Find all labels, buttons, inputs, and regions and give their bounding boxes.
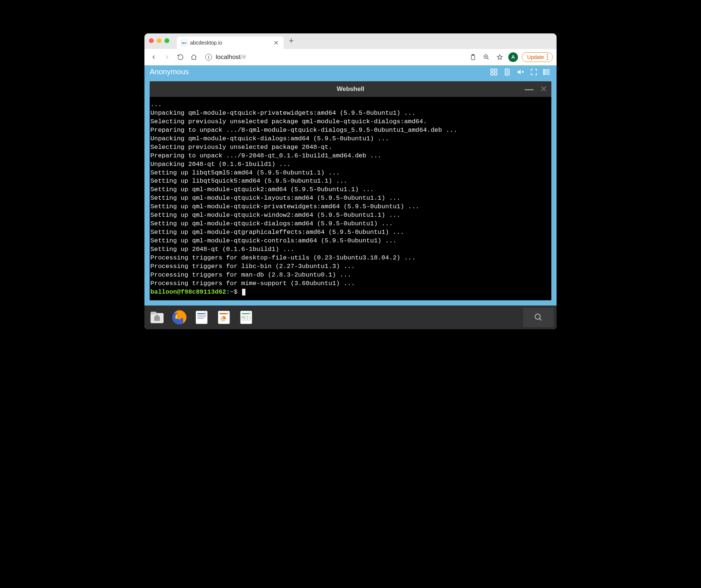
svg-rect-12: [151, 311, 156, 314]
browser-window: abc abcdesktop.io ✕ + i localhost/#: [144, 33, 557, 329]
terminal-line: Setting up libqt5qml5:amd64 (5.9.5-0ubun…: [150, 169, 549, 177]
terminal-line: Setting up qml-module-qtquick-window2:am…: [150, 211, 549, 220]
browser-tab[interactable]: abc abcdesktop.io ✕: [177, 36, 284, 49]
update-label: Update: [527, 54, 544, 60]
dock-firefox-icon[interactable]: [170, 308, 189, 327]
terminal-line: Unpacking qml-module-qtquick-dialogs:amd…: [150, 135, 549, 143]
menu-list-icon[interactable]: [543, 68, 551, 76]
svg-rect-18: [198, 318, 204, 318]
terminal-line: Setting up qml-module-qtquick-privatewid…: [150, 203, 549, 211]
clipboard-desktop-icon[interactable]: [503, 68, 511, 76]
dock-search-button[interactable]: [523, 308, 554, 327]
tab-close-button[interactable]: ✕: [273, 39, 279, 46]
svg-rect-27: [242, 318, 245, 320]
terminal-line: Processing triggers for man-db (2.8.3-2u…: [150, 271, 549, 280]
terminal-title: Webshell: [337, 85, 364, 93]
svg-rect-26: [248, 316, 251, 318]
svg-rect-6: [495, 72, 497, 75]
overflow-menu-icon[interactable]: [547, 54, 551, 60]
terminal-line: Setting up qml-module-qtgraphicaleffects…: [150, 228, 549, 237]
toolbar-right: A Update: [468, 52, 553, 62]
window-controls: [149, 38, 169, 43]
svg-rect-3: [491, 69, 493, 71]
browser-titlebar: abc abcdesktop.io ✕ +: [144, 33, 557, 49]
terminal-line: Setting up qml-module-qtquick-controls:a…: [150, 237, 549, 245]
svg-point-30: [535, 314, 540, 319]
terminal-line: ...: [150, 101, 549, 109]
fullscreen-icon[interactable]: [530, 68, 538, 76]
svg-rect-5: [491, 72, 493, 75]
apps-grid-icon[interactable]: [490, 68, 498, 76]
home-button[interactable]: [188, 52, 199, 63]
terminal-output[interactable]: ...Unpacking qml-module-qtquick-privatew…: [150, 97, 551, 300]
site-info-icon[interactable]: i: [205, 54, 212, 61]
volume-mute-icon[interactable]: [516, 68, 525, 76]
clipboard-icon[interactable]: [468, 52, 478, 62]
terminal-minimize-button[interactable]: —: [525, 84, 534, 94]
dock-impress-icon[interactable]: [214, 308, 234, 327]
svg-rect-25: [245, 316, 248, 318]
terminal-line: Setting up libqt5quick5:amd64 (5.9.5-0ub…: [150, 177, 549, 186]
svg-rect-28: [245, 318, 248, 320]
terminal-line: Unpacking 2048-qt (0.1.6-1build1) ...: [150, 160, 549, 169]
bookmark-star-icon[interactable]: [495, 52, 505, 62]
zoom-icon[interactable]: [482, 52, 491, 62]
minimize-window-button[interactable]: [157, 38, 162, 43]
terminal-line: Unpacking qml-module-qtquick-privatewidg…: [150, 109, 549, 118]
svg-point-10: [543, 74, 544, 75]
terminal-line: Setting up qml-module-qtquick-dialogs:am…: [150, 220, 549, 228]
dock-files-icon[interactable]: [147, 308, 167, 327]
terminal-line: Setting up 2048-qt (0.1.6-1build1) ...: [150, 245, 549, 254]
address-bar[interactable]: i localhost/#: [202, 51, 463, 63]
terminal-line: Selecting previously unselected package …: [150, 118, 549, 126]
terminal-prompt[interactable]: balloon@f98c89113d62:~$: [150, 288, 549, 297]
terminal-line: Preparing to unpack .../9-2048-qt_0.1.6-…: [150, 152, 549, 160]
url-host: localhost: [216, 53, 241, 61]
reload-button[interactable]: [175, 52, 186, 63]
svg-rect-24: [242, 316, 245, 318]
dock: [144, 306, 557, 329]
desktop-header: Anonymous: [144, 65, 557, 78]
tab-title: abcdesktop.io: [190, 40, 270, 46]
forward-button[interactable]: [162, 52, 173, 63]
terminal-close-button[interactable]: ✕: [540, 84, 547, 94]
dock-calc-icon[interactable]: [237, 308, 256, 327]
maximize-window-button[interactable]: [164, 38, 169, 43]
remote-desktop: Anonymous Websh: [144, 65, 557, 329]
terminal-window: Webshell — ✕ ...Unpacking qml-module-qtq…: [150, 81, 551, 300]
terminal-line: Selecting previously unselected package …: [150, 143, 549, 152]
svg-rect-16: [198, 315, 206, 316]
terminal-titlebar[interactable]: Webshell — ✕: [150, 81, 551, 97]
dock-writer-icon[interactable]: [192, 308, 211, 327]
update-button[interactable]: Update: [522, 52, 553, 62]
terminal-window-controls: — ✕: [525, 84, 547, 94]
back-button[interactable]: [148, 52, 159, 63]
terminal-line: Setting up qml-module-qtquick2:amd64 (5.…: [150, 186, 549, 194]
terminal-line: Setting up qml-module-qtquick-layouts:am…: [150, 194, 549, 203]
tab-favicon-icon: abc: [181, 40, 187, 46]
url-path: /#: [241, 53, 246, 61]
browser-toolbar: i localhost/# A Update: [144, 49, 557, 65]
terminal-line: Processing triggers for mime-support (3.…: [150, 280, 549, 288]
terminal-line: Processing triggers for libc-bin (2.27-3…: [150, 262, 549, 271]
svg-rect-4: [495, 69, 497, 71]
profile-badge[interactable]: A: [508, 52, 518, 62]
svg-rect-29: [248, 318, 251, 320]
svg-point-8: [543, 69, 544, 71]
terminal-line: Processing triggers for desktop-file-uti…: [150, 254, 549, 262]
close-window-button[interactable]: [149, 38, 154, 43]
user-label: Anonymous: [150, 68, 189, 76]
svg-rect-17: [198, 317, 206, 317]
desktop-header-icons: [490, 68, 551, 76]
new-tab-button[interactable]: +: [284, 36, 299, 46]
terminal-line: Preparing to unpack .../8-qml-module-qtq…: [150, 126, 549, 135]
svg-point-9: [543, 71, 544, 72]
